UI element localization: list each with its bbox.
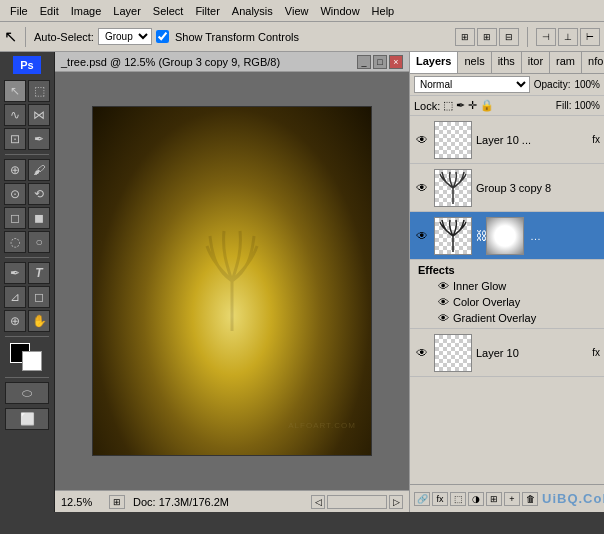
tool-shape[interactable]: ◻ <box>28 286 50 308</box>
tool-pen[interactable]: ✒ <box>4 262 26 284</box>
canvas-minimize-btn[interactable]: _ <box>357 55 371 69</box>
effect-color-overlay[interactable]: 👁 Color Overlay <box>418 294 596 310</box>
layer-mask-thumb <box>486 217 524 255</box>
menu-select[interactable]: Select <box>147 3 190 19</box>
ps-logo[interactable]: Ps <box>13 56 41 74</box>
lock-pixels-icon[interactable]: ✒ <box>456 99 465 112</box>
blend-mode-select[interactable]: Normal Multiply Screen Overlay <box>414 76 530 93</box>
tool-clone[interactable]: ⊙ <box>4 183 26 205</box>
tool-zoom[interactable]: ⊕ <box>4 310 26 332</box>
add-style-btn[interactable]: fx <box>432 492 448 506</box>
layer-thumb-1 <box>434 169 472 207</box>
canvas-close-btn[interactable]: × <box>389 55 403 69</box>
effect-inner-glow[interactable]: 👁 Inner Glow <box>418 278 596 294</box>
menu-help[interactable]: Help <box>366 3 401 19</box>
menu-view[interactable]: View <box>279 3 315 19</box>
tool-gradient[interactable]: ◼ <box>28 207 50 229</box>
show-transform-checkbox[interactable] <box>156 30 169 43</box>
new-adjustment-btn[interactable]: ◑ <box>468 492 484 506</box>
toolbar-icon-1[interactable]: ⊞ <box>455 28 475 46</box>
watermark-text: ALFOART.COM <box>288 421 356 430</box>
delete-layer-btn[interactable]: 🗑 <box>522 492 538 506</box>
link-layers-btn[interactable]: 🔗 <box>414 492 430 506</box>
layer-item-2[interactable]: 👁 ⛓ … <box>410 212 604 260</box>
effect-eye-2[interactable]: 👁 <box>438 312 449 324</box>
layer-visibility-3[interactable]: 👁 <box>414 345 430 361</box>
scroll-left-btn[interactable]: ◁ <box>311 495 325 509</box>
tool-magic-wand[interactable]: ⋈ <box>28 104 50 126</box>
doc-size: Doc: 17.3M/176.2M <box>133 496 229 508</box>
tab-layers[interactable]: Layers <box>410 52 458 73</box>
menu-window[interactable]: Window <box>314 3 365 19</box>
canvas-statusbar: 12.5% ⊞ Doc: 17.3M/176.2M ◁ ▷ <box>55 490 409 512</box>
toolbar-icon-2[interactable]: ⊞ <box>477 28 497 46</box>
canvas-inner[interactable]: ALFOART.COM <box>55 72 409 490</box>
tool-row-7: ◌ ○ <box>4 231 50 253</box>
layer-visibility-2[interactable]: 👁 <box>414 228 430 244</box>
effect-eye-0[interactable]: 👁 <box>438 280 449 292</box>
menu-layer[interactable]: Layer <box>107 3 147 19</box>
layer-item-3[interactable]: 👁 Layer 10 fx <box>410 329 604 377</box>
layer-visibility-1[interactable]: 👁 <box>414 180 430 196</box>
tab-history[interactable]: itor <box>522 52 550 73</box>
scroll-right-btn[interactable]: ▷ <box>389 495 403 509</box>
tool-eyedropper[interactable]: ✒ <box>28 128 50 150</box>
menu-edit[interactable]: Edit <box>34 3 65 19</box>
canvas-area: _tree.psd @ 12.5% (Group 3 copy 9, RGB/8… <box>55 52 409 512</box>
toolbar-align-1[interactable]: ⊣ <box>536 28 556 46</box>
move-tool-icon[interactable]: ↖ <box>4 27 17 46</box>
menu-filter[interactable]: Filter <box>189 3 225 19</box>
tool-text[interactable]: T <box>28 262 50 284</box>
layer-tree-2 <box>435 218 471 254</box>
tool-move[interactable]: ↖ <box>4 80 26 102</box>
tool-dodge[interactable]: ○ <box>28 231 50 253</box>
tab-info[interactable]: nfo <box>582 52 604 73</box>
lock-row: Lock: ⬚ ✒ ✛ 🔒 Fill: 100% <box>410 96 604 116</box>
lock-all-icon[interactable]: 🔒 <box>480 99 494 112</box>
layer-visibility-0[interactable]: 👁 <box>414 132 430 148</box>
layer-thumb-0 <box>434 121 472 159</box>
tool-select[interactable]: ⬚ <box>28 80 50 102</box>
layer-more-icon[interactable]: … <box>530 230 541 242</box>
effect-eye-1[interactable]: 👁 <box>438 296 449 308</box>
new-group-btn[interactable]: ⊞ <box>486 492 502 506</box>
menu-analysis[interactable]: Analysis <box>226 3 279 19</box>
lock-transparent-icon[interactable]: ⬚ <box>443 99 453 112</box>
lock-position-icon[interactable]: ✛ <box>468 99 477 112</box>
menu-file[interactable]: File <box>4 3 34 19</box>
toolbar-align-2[interactable]: ⊥ <box>558 28 578 46</box>
new-layer-btn[interactable]: + <box>504 492 520 506</box>
tool-lasso[interactable]: ∿ <box>4 104 26 126</box>
tool-history[interactable]: ⟲ <box>28 183 50 205</box>
tab-channels[interactable]: nels <box>458 52 491 73</box>
auto-select-dropdown[interactable]: Group Layer <box>98 28 152 45</box>
move-tool-group: ↖ <box>4 27 17 46</box>
tool-hand[interactable]: ✋ <box>28 310 50 332</box>
toolbar-align-3[interactable]: ⊢ <box>580 28 600 46</box>
canvas-restore-btn[interactable]: □ <box>373 55 387 69</box>
menu-image[interactable]: Image <box>65 3 108 19</box>
tool-blur[interactable]: ◌ <box>4 231 26 253</box>
show-transform-label: Show Transform Controls <box>175 31 299 43</box>
layer-item-0[interactable]: 👁 Layer 10 ... fx <box>410 116 604 164</box>
tab-paths[interactable]: iths <box>492 52 522 73</box>
opacity-label: Opacity: <box>534 79 571 90</box>
tool-crop[interactable]: ⊡ <box>4 128 26 150</box>
tool-row-6: ◻ ◼ <box>4 207 50 229</box>
add-mask-btn[interactable]: ⬚ <box>450 492 466 506</box>
tool-eraser[interactable]: ◻ <box>4 207 26 229</box>
scroll-track[interactable] <box>327 495 387 509</box>
tool-quick-mask[interactable]: ⬭ <box>5 382 49 404</box>
effect-name-2: Gradient Overlay <box>453 312 536 324</box>
tool-path[interactable]: ⊿ <box>4 286 26 308</box>
layer-info-0: Layer 10 ... <box>476 134 588 146</box>
effect-gradient-overlay[interactable]: 👁 Gradient Overlay <box>418 310 596 326</box>
toolbar-icon-3[interactable]: ⊟ <box>499 28 519 46</box>
zoom-indicator-btn[interactable]: ⊞ <box>109 495 125 509</box>
tab-actions[interactable]: ram <box>550 52 582 73</box>
tool-screen-mode[interactable]: ⬜ <box>5 408 49 430</box>
layer-item-1[interactable]: 👁 Group 3 copy 8 <box>410 164 604 212</box>
tool-heal[interactable]: ⊕ <box>4 159 26 181</box>
background-color[interactable] <box>22 351 42 371</box>
tool-brush[interactable]: 🖌 <box>28 159 50 181</box>
